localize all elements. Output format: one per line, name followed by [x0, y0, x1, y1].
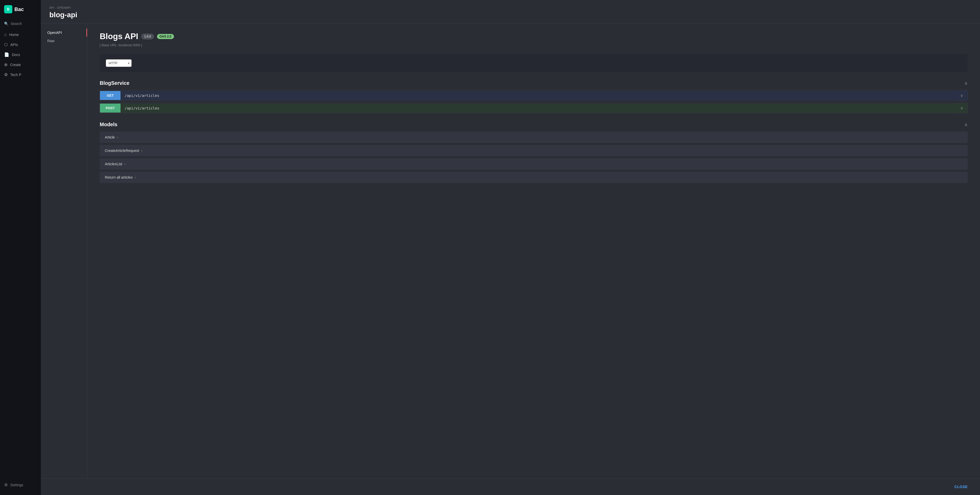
sidebar-item-home[interactable]: ⌂ Home [0, 30, 41, 40]
modal-content: Blogs API 1.0.0 OAS 2.0 [ Base URL: loca… [88, 23, 980, 478]
model-name: CreateArticleRequest [105, 148, 139, 153]
endpoint-expand-post[interactable]: ∨ [956, 103, 967, 113]
model-item-articleslist[interactable]: ArticlesList › [100, 158, 968, 170]
service-header: BlogService ∧ [100, 80, 968, 86]
http-select[interactable]: HTTP HTTPS [106, 59, 132, 67]
endpoint-row-post[interactable]: POST /api/v1/articles ∨ [100, 103, 968, 113]
endpoint-path-post: /api/v1/articles [121, 103, 956, 113]
model-expand-icon: › [135, 175, 136, 179]
sidebar-item-apis[interactable]: ⬡ APIs [0, 40, 41, 49]
version-badge: 1.0.0 [141, 33, 154, 39]
modal-header: API - OPENAPI blog-api [41, 0, 980, 23]
models-title: Models [100, 122, 118, 127]
oas-badge: OAS 2.0 [157, 34, 174, 39]
modal-api-label: API - OPENAPI [49, 6, 972, 9]
models-collapse-icon[interactable]: ∧ [964, 122, 968, 127]
model-name: Article [105, 135, 115, 139]
modal-nav-raw[interactable]: Raw [41, 37, 87, 45]
tech-icon: ⚙ [4, 72, 8, 77]
model-item-article[interactable]: Article › [100, 132, 968, 143]
sidebar-item-settings[interactable]: ⚙ Settings [0, 480, 41, 490]
search-icon: 🔍 [4, 22, 8, 26]
api-main-title: Blogs API [100, 32, 138, 41]
create-icon: ⊕ [4, 62, 8, 67]
home-icon: ⌂ [4, 32, 7, 37]
sidebar-item-create[interactable]: ⊕ Create [0, 60, 41, 70]
model-item-return-all[interactable]: Return all articles › [100, 172, 968, 183]
sidebar-item-label: Settings [10, 483, 23, 487]
models-section: Models ∧ Article › CreateArticleRequest … [100, 122, 968, 183]
api-base-url: [ Base URL: localhost:3000 ] [100, 43, 968, 47]
endpoint-method-post: POST [100, 103, 121, 113]
models-header: Models ∧ [100, 122, 968, 127]
sidebar-item-docs[interactable]: 📄 Docs [0, 49, 41, 60]
logo-text: Bac [14, 6, 24, 12]
sidebar-item-label: Home [9, 33, 19, 37]
modal-footer: CLOSE [41, 478, 980, 495]
modal-nav-openapi[interactable]: OpenAPI [41, 29, 87, 37]
api-title-row: Blogs API 1.0.0 OAS 2.0 [100, 32, 968, 41]
docs-icon: 📄 [4, 52, 9, 57]
modal-panel: API - OPENAPI blog-api OpenAPI Raw [41, 0, 980, 495]
modal-body: OpenAPI Raw Blogs API 1.0.0 OAS 2.0 [ Ba… [41, 23, 980, 478]
endpoint-method-get: GET [100, 91, 121, 100]
apis-icon: ⬡ [4, 42, 8, 47]
model-item-createarticle[interactable]: CreateArticleRequest › [100, 145, 968, 156]
sidebar-item-label: Create [10, 63, 21, 67]
service-section: BlogService ∧ GET /api/v1/articles ∨ [100, 80, 968, 113]
logo-icon: B [4, 5, 12, 13]
sidebar-item-label: APIs [10, 43, 18, 47]
settings-icon: ⚙ [4, 482, 8, 487]
http-selector-section: HTTP HTTPS [100, 54, 968, 72]
model-expand-icon: › [124, 162, 126, 166]
endpoint-path-get: /api/v1/articles [121, 91, 956, 100]
service-collapse-icon[interactable]: ∧ [964, 80, 968, 86]
model-name: ArticlesList [105, 162, 122, 166]
endpoint-expand-get[interactable]: ∨ [956, 91, 967, 100]
model-expand-icon: › [141, 148, 142, 153]
sidebar-item-label: Tech P [10, 73, 21, 77]
app-logo[interactable]: B Bac [0, 5, 41, 19]
modal-left-nav: OpenAPI Raw [41, 23, 88, 478]
sidebar-item-tech[interactable]: ⚙ Tech P [0, 70, 41, 80]
service-title: BlogService [100, 80, 129, 86]
close-button[interactable]: CLOSE [950, 483, 972, 491]
search-label: Search [11, 22, 22, 26]
sidebar-item-label: Docs [12, 53, 20, 57]
modal-api-title: blog-api [49, 11, 972, 19]
http-select-wrapper[interactable]: HTTP HTTPS [106, 59, 132, 67]
model-expand-icon: › [117, 135, 118, 139]
sidebar: B Bac 🔍 Search ⌂ Home ⬡ APIs 📄 Docs ⊕ Cr… [0, 0, 41, 495]
sidebar-search[interactable]: 🔍 Search [0, 19, 41, 28]
main-area: COMPONENT SERVICE API - OPENAPI blog-api [41, 0, 980, 495]
model-name: Return all articles [105, 175, 133, 179]
endpoint-row-get[interactable]: GET /api/v1/articles ∨ [100, 90, 968, 101]
